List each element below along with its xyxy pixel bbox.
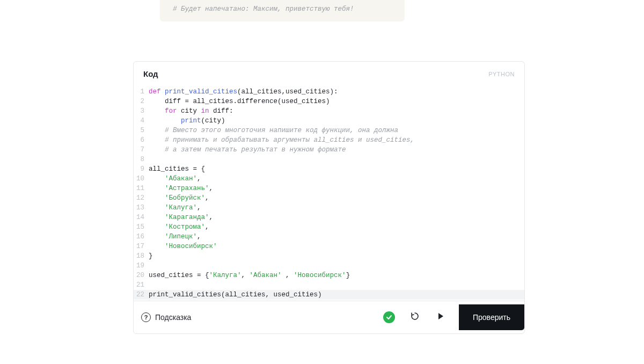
question-icon: ?: [141, 312, 151, 322]
code-line[interactable]: 12 'Бобруйск',: [134, 193, 524, 203]
line-number: 15: [134, 222, 149, 232]
code-line[interactable]: 20used_cities = {'Калуга', 'Абакан' , 'Н…: [134, 271, 524, 280]
line-content[interactable]: all_cities = {: [149, 164, 524, 174]
code-line[interactable]: 19: [134, 261, 524, 271]
line-content[interactable]: 'Караганда',: [149, 213, 524, 222]
line-content[interactable]: print_valid_cities(all_cities, used_citi…: [149, 290, 524, 300]
code-line[interactable]: 3 for city in diff:: [134, 106, 524, 116]
code-line[interactable]: 17 'Новосибирск': [134, 242, 524, 251]
line-content[interactable]: used_cities = {'Калуга', 'Абакан' , 'Нов…: [149, 271, 524, 280]
line-number: 9: [134, 164, 149, 174]
example-output-snippet: # Будет напечатано: Максим, приветствую …: [160, 0, 405, 21]
code-line[interactable]: 7 # а затем печатать результат в нужном …: [134, 145, 524, 155]
code-line[interactable]: 13 'Калуга',: [134, 203, 524, 213]
line-content[interactable]: [149, 155, 524, 164]
code-editor-panel: Код PYTHON 1def print_valid_cities(all_c…: [133, 61, 525, 334]
line-number: 20: [134, 271, 149, 280]
line-number: 7: [134, 145, 149, 155]
line-number: 19: [134, 261, 149, 271]
code-line[interactable]: 21: [134, 280, 524, 290]
code-line[interactable]: 5 # Вместо этого многоточия напишите код…: [134, 126, 524, 135]
editor-language-label: PYTHON: [488, 71, 515, 77]
line-number: 12: [134, 193, 149, 203]
editor-header: Код PYTHON: [134, 62, 524, 84]
line-number: 11: [134, 184, 149, 193]
line-content[interactable]: for city in diff:: [149, 106, 524, 116]
line-number: 1: [134, 87, 149, 97]
code-line[interactable]: 15 'Кострома',: [134, 222, 524, 232]
check-button[interactable]: Проверить: [459, 304, 524, 330]
line-content[interactable]: 'Кострома',: [149, 222, 524, 232]
line-number: 13: [134, 203, 149, 213]
line-number: 18: [134, 251, 149, 261]
line-content[interactable]: # Вместо этого многоточия напишите код ф…: [149, 126, 524, 135]
code-line[interactable]: 14 'Караганда',: [134, 213, 524, 222]
line-number: 6: [134, 135, 149, 145]
line-number: 3: [134, 106, 149, 116]
status-success-indicator: [378, 307, 400, 328]
line-content[interactable]: 'Липецк',: [149, 232, 524, 242]
line-number: 21: [134, 280, 149, 290]
run-button[interactable]: [430, 307, 451, 328]
line-content[interactable]: [149, 280, 524, 290]
hint-button[interactable]: ? Подсказка: [141, 312, 191, 322]
editor-toolbar: ? Подсказка Проверить: [134, 301, 524, 333]
line-content[interactable]: 'Астрахань',: [149, 184, 524, 193]
editor-title: Код: [143, 69, 158, 78]
line-number: 5: [134, 126, 149, 135]
line-content[interactable]: 'Бобруйск',: [149, 193, 524, 203]
line-content[interactable]: [149, 261, 524, 271]
hint-label: Подсказка: [155, 313, 191, 322]
example-output-text: # Будет напечатано: Максим, приветствую …: [173, 5, 354, 13]
refresh-icon: [410, 311, 420, 323]
code-line[interactable]: 1def print_valid_cities(all_cities,used_…: [134, 87, 524, 97]
play-icon: [437, 312, 444, 322]
check-button-label: Проверить: [473, 313, 510, 322]
code-line[interactable]: 22print_valid_cities(all_cities, used_ci…: [134, 290, 524, 300]
line-number: 14: [134, 213, 149, 222]
code-editor[interactable]: 1def print_valid_cities(all_cities,used_…: [134, 84, 524, 301]
line-number: 10: [134, 174, 149, 184]
line-number: 2: [134, 97, 149, 106]
line-content[interactable]: # принимать и обрабатывать аргументы all…: [149, 135, 524, 145]
line-content[interactable]: 'Калуга',: [149, 203, 524, 213]
line-content[interactable]: }: [149, 251, 524, 261]
line-content[interactable]: diff = all_cities.difference(used_cities…: [149, 97, 524, 106]
code-line[interactable]: 10 'Абакан',: [134, 174, 524, 184]
code-line[interactable]: 11 'Астрахань',: [134, 184, 524, 193]
code-line[interactable]: 8: [134, 155, 524, 164]
check-circle-icon: [383, 311, 395, 323]
code-line[interactable]: 4 print(city): [134, 116, 524, 126]
line-number: 16: [134, 232, 149, 242]
code-line[interactable]: 2 diff = all_cities.difference(used_citi…: [134, 97, 524, 106]
line-content[interactable]: 'Новосибирск': [149, 242, 524, 251]
line-content[interactable]: print(city): [149, 116, 524, 126]
code-line[interactable]: 6 # принимать и обрабатывать аргументы a…: [134, 135, 524, 145]
line-number: 22: [134, 290, 149, 300]
line-content[interactable]: def print_valid_cities(all_cities,used_c…: [149, 87, 524, 97]
line-content[interactable]: 'Абакан',: [149, 174, 524, 184]
reset-button[interactable]: [404, 307, 426, 328]
line-number: 17: [134, 242, 149, 251]
code-line[interactable]: 18}: [134, 251, 524, 261]
line-number: 8: [134, 155, 149, 164]
code-line[interactable]: 9all_cities = {: [134, 164, 524, 174]
line-number: 4: [134, 116, 149, 126]
line-content[interactable]: # а затем печатать результат в нужном фо…: [149, 145, 524, 155]
code-line[interactable]: 16 'Липецк',: [134, 232, 524, 242]
